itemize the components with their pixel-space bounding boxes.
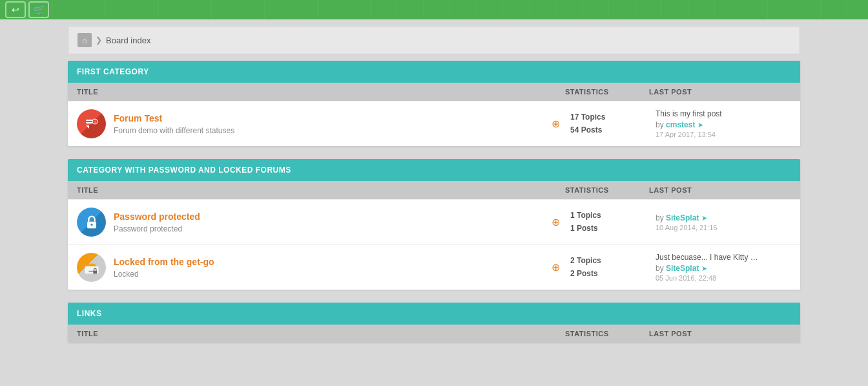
forum-lastpost-title-locked: Just becuase... I have Kitty … (656, 253, 791, 262)
forum-info-locked: Locked from the get-go Locked (114, 257, 552, 279)
lastpost-arrow-forum-test: ➤ (698, 121, 703, 129)
forum-desc-forum-test: Forum demo with different statuses (114, 126, 234, 135)
forum-left-forum-test: ! Forum Test Forum demo with different s… (77, 109, 565, 138)
table-header-first: TITLE STATISTICS LAST POST (68, 83, 800, 101)
category-header-links: LINKS (68, 303, 800, 325)
breadcrumb-separator: ❯ (96, 36, 102, 45)
forum-topics-password: 1 Topics (570, 209, 649, 222)
forum-test-icon-svg: ! (84, 116, 99, 132)
forum-posts-password: 1 Posts (570, 222, 649, 235)
forum-row-locked: Locked from the get-go Locked ⊕ 2 Topics… (68, 244, 800, 290)
forum-row-forum-test: ! Forum Test Forum demo with different s… (68, 101, 800, 146)
forum-title-password[interactable]: Password protected (114, 211, 552, 222)
main-content: FIRST CATEGORY TITLE STATISTICS LAST POS… (68, 61, 800, 343)
table-header-password: TITLE STATISTICS LAST POST (68, 181, 800, 199)
forum-left-password: Password protected Password protected ⊕ (77, 208, 565, 237)
rss-icon-forum-test[interactable]: ⊕ (552, 118, 560, 130)
forum-icon-locked (77, 253, 106, 282)
category-first-category: FIRST CATEGORY TITLE STATISTICS LAST POS… (68, 61, 800, 146)
forum-info-wrapper-password: Password protected Password protected ⊕ (114, 211, 565, 233)
back-button[interactable]: ↩ (5, 1, 26, 18)
category-links: LINKS TITLE STATISTICS LAST POST (68, 303, 800, 343)
forum-lastpost-date-locked: 05 Jun 2016, 22:48 (656, 274, 791, 282)
forum-left-locked: Locked from the get-go Locked ⊕ (77, 253, 565, 282)
forum-lastpost-user-password[interactable]: SiteSplat (666, 213, 699, 222)
col-title-1: TITLE (77, 88, 565, 96)
locked-icon-svg (83, 259, 101, 277)
category-password-locked: CATEGORY WITH PASSWORD AND LOCKED FORUMS… (68, 159, 800, 290)
svg-rect-8 (93, 270, 97, 273)
forum-topics-locked: 2 Topics (570, 255, 649, 267)
forum-lastpost-user-locked[interactable]: SiteSplat (666, 264, 699, 273)
forum-info-wrapper: Forum Test Forum demo with different sta… (114, 113, 565, 135)
forum-desc-password: Password protected (114, 224, 182, 233)
forum-stats-forum-test: 17 Topics 54 Posts (565, 111, 649, 136)
svg-rect-1 (86, 122, 92, 123)
home-icon[interactable]: ⌂ (78, 33, 92, 47)
col-lastpost-3: LAST POST (649, 330, 791, 338)
forum-lastpost-locked: Just becuase... I have Kitty … by SiteSp… (649, 253, 791, 282)
table-header-links: TITLE STATISTICS LAST POST (68, 325, 800, 343)
forum-lastpost-by-forum-test: by cmstest ➤ (656, 120, 791, 129)
category-header-password: CATEGORY WITH PASSWORD AND LOCKED FORUMS (68, 159, 800, 181)
lastpost-arrow-password: ➤ (701, 214, 707, 222)
forum-lastpost-password: by SiteSplat ➤ 10 Aug 2014, 21:16 (649, 213, 791, 231)
col-title-3: TITLE (77, 330, 565, 338)
forum-info-password: Password protected Password protected (114, 211, 552, 233)
forum-info-wrapper-locked: Locked from the get-go Locked ⊕ (114, 257, 565, 279)
forum-posts-forum-test: 54 Posts (570, 124, 649, 136)
rss-icon-password[interactable]: ⊕ (552, 216, 560, 228)
forum-stats-locked: 2 Topics 2 Posts (565, 255, 649, 279)
forum-lastpost-forum-test: This is my first post by cmstest ➤ 17 Ap… (649, 109, 791, 138)
cart-button[interactable]: 🛒 (28, 1, 49, 18)
category-header-first: FIRST CATEGORY (68, 61, 800, 83)
forum-lastpost-by-password: by SiteSplat ➤ (656, 213, 791, 222)
col-stats-3: STATISTICS (565, 330, 649, 338)
forum-posts-locked: 2 Posts (570, 268, 649, 280)
forum-lastpost-by-locked: by SiteSplat ➤ (656, 264, 791, 273)
forum-lastpost-date-password: 10 Aug 2014, 21:16 (656, 224, 791, 231)
forum-stats-password: 1 Topics 1 Posts (565, 209, 649, 234)
col-lastpost-2: LAST POST (649, 186, 791, 194)
forum-lastpost-date-forum-test: 17 Apr 2017, 13:54 (656, 131, 791, 138)
top-bar: ↩ 🛒 (0, 0, 868, 19)
forum-icon-forum-test: ! (77, 109, 106, 138)
forum-info-forum-test: Forum Test Forum demo with different sta… (114, 113, 552, 135)
col-stats-1: STATISTICS (565, 88, 649, 96)
svg-point-5 (90, 223, 93, 226)
breadcrumb-current: Board index (106, 36, 150, 45)
forum-topics-forum-test: 17 Topics (570, 111, 649, 123)
forum-title-forum-test[interactable]: Forum Test (114, 113, 552, 123)
breadcrumb: ⌂ ❯ Board index (68, 26, 800, 54)
forum-desc-locked: Locked (114, 270, 139, 279)
rss-icon-locked[interactable]: ⊕ (552, 261, 560, 273)
forum-row-password: Password protected Password protected ⊕ … (68, 199, 800, 244)
forum-lastpost-user-forum-test[interactable]: cmstest (666, 120, 695, 129)
col-title-2: TITLE (77, 186, 565, 194)
lastpost-arrow-locked: ➤ (701, 264, 707, 272)
forum-icon-password (77, 208, 106, 237)
forum-title-locked[interactable]: Locked from the get-go (114, 257, 552, 267)
forum-lastpost-title-forum-test: This is my first post (656, 109, 791, 118)
col-stats-2: STATISTICS (565, 186, 649, 194)
col-lastpost-1: LAST POST (649, 88, 791, 96)
password-lock-icon-svg (83, 213, 101, 231)
